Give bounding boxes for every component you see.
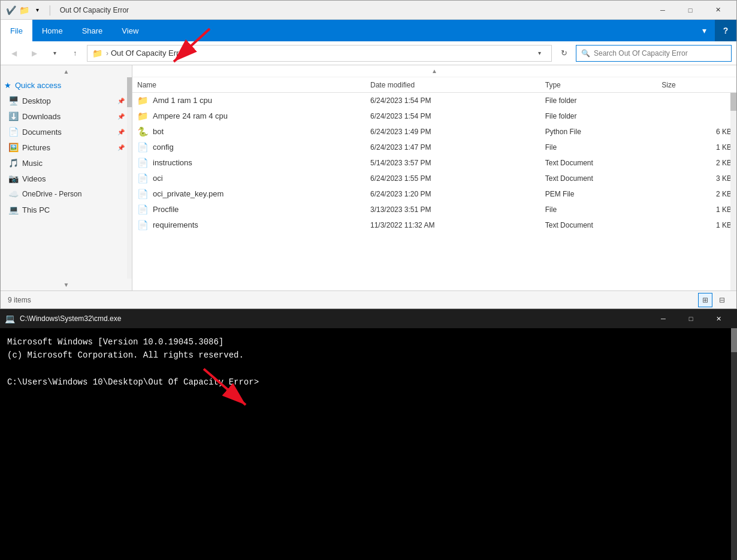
file-row[interactable]: 📄 instructions 5/14/2023 3:57 PM Text Do… bbox=[132, 155, 736, 171]
folder-icon-small: 📁 bbox=[19, 5, 29, 16]
file-date: 3/13/2023 3:51 PM bbox=[370, 205, 545, 214]
sidebar-item-thispc[interactable]: 💻 This PC bbox=[1, 202, 132, 217]
cmd-line-1: Microsoft Windows [Version 10.0.19045.30… bbox=[7, 335, 730, 349]
file-icon: 📄 bbox=[137, 173, 148, 184]
cmd-controls: ─ □ ✕ bbox=[650, 309, 732, 328]
col-header-name[interactable]: Name bbox=[137, 81, 370, 89]
col-header-type[interactable]: Type bbox=[545, 81, 662, 89]
sidebar-item-videos[interactable]: 📷 Videos bbox=[1, 171, 132, 186]
file-row[interactable]: 📄 config 6/24/2023 1:47 PM File 1 KB bbox=[132, 140, 736, 155]
file-name-text: oci_private_key.pem bbox=[153, 189, 223, 198]
address-box[interactable]: 📁 › Out Of Capacity Error ▾ bbox=[87, 45, 552, 62]
file-type: PEM File bbox=[545, 190, 662, 198]
sidebar-item-onedrive[interactable]: ☁️ OneDrive - Person bbox=[1, 186, 132, 202]
details-view-button[interactable]: ⊞ bbox=[698, 293, 712, 307]
tab-file[interactable]: File bbox=[1, 20, 32, 41]
file-type: File bbox=[545, 205, 662, 214]
file-size: 3 KB bbox=[662, 174, 732, 183]
sidebar-scrollbar[interactable] bbox=[127, 77, 132, 279]
refresh-button[interactable]: ↻ bbox=[555, 45, 572, 62]
sidebar-item-pictures[interactable]: 🖼️ Pictures 📌 bbox=[1, 140, 132, 155]
file-date: 6/24/2023 1:49 PM bbox=[370, 128, 545, 136]
sidebar: ▲ ★ Quick access 🖥️ Desktop 📌 ⬇️ Downloa… bbox=[1, 65, 132, 290]
downloads-icon: ⬇️ bbox=[8, 111, 19, 121]
minimize-button[interactable]: ─ bbox=[649, 1, 676, 20]
large-icons-view-button[interactable]: ⊟ bbox=[715, 293, 729, 307]
ribbon-chevron-down[interactable]: ▾ bbox=[696, 22, 712, 39]
file-row[interactable]: 📄 oci 6/24/2023 1:55 PM Text Document 3 … bbox=[132, 171, 736, 186]
file-type: File bbox=[545, 143, 662, 152]
cmd-line-2: (c) Microsoft Corporation. All rights re… bbox=[7, 349, 730, 362]
file-name-text: Ampere 24 ram 4 cpu bbox=[153, 111, 228, 120]
file-list-scrollbar[interactable] bbox=[730, 93, 736, 290]
desktop-icon: 🖥️ bbox=[8, 96, 19, 105]
file-date: 6/24/2023 1:54 PM bbox=[370, 112, 545, 120]
file-row[interactable]: 🐍 bot 6/24/2023 1:49 PM Python File 6 KB bbox=[132, 124, 736, 140]
col-header-size[interactable]: Size bbox=[662, 81, 732, 89]
file-icon: 📁 bbox=[137, 95, 148, 106]
file-size: 1 KB bbox=[662, 205, 732, 214]
file-row[interactable]: 📄 requirements 11/3/2022 11:32 AM Text D… bbox=[132, 217, 736, 233]
file-name-text: Procfile bbox=[153, 205, 179, 214]
tab-home[interactable]: Home bbox=[32, 20, 73, 41]
title-separator: | bbox=[49, 4, 52, 16]
search-box[interactable]: 🔍 bbox=[576, 45, 732, 62]
file-size: 2 KB bbox=[662, 159, 732, 167]
file-row[interactable]: 📄 oci_private_key.pem 6/24/2023 1:20 PM … bbox=[132, 186, 736, 202]
file-name-text: oci bbox=[153, 174, 163, 183]
file-name-text: Amd 1 ram 1 cpu bbox=[153, 96, 212, 105]
recent-locations-button[interactable]: ▾ bbox=[46, 45, 63, 62]
cmd-close-button[interactable]: ✕ bbox=[705, 309, 732, 328]
file-date: 11/3/2022 11:32 AM bbox=[370, 221, 545, 229]
documents-pin-icon: 📌 bbox=[117, 129, 125, 135]
cmd-minimize-button[interactable]: ─ bbox=[650, 309, 677, 328]
title-bar: ✔️ 📁 ▾ | Out Of Capacity Error ─ □ ✕ bbox=[1, 1, 736, 20]
help-button[interactable]: ? bbox=[715, 20, 736, 41]
back-button[interactable]: ◀ bbox=[5, 45, 22, 62]
file-date: 6/24/2023 1:55 PM bbox=[370, 174, 545, 183]
maximize-button[interactable]: □ bbox=[676, 1, 704, 20]
file-date: 5/14/2023 3:57 PM bbox=[370, 159, 545, 167]
documents-label: Documents bbox=[22, 128, 62, 137]
title-bar-icons: ✔️ 📁 ▾ bbox=[5, 5, 43, 16]
file-row[interactable]: 📁 Amd 1 ram 1 cpu 6/24/2023 1:54 PM File… bbox=[132, 93, 736, 108]
close-button[interactable]: ✕ bbox=[704, 1, 732, 20]
forward-button[interactable]: ▶ bbox=[26, 45, 43, 62]
cmd-window: 💻 C:\Windows\System32\cmd.exe ─ □ ✕ Micr… bbox=[0, 309, 737, 560]
file-row[interactable]: 📁 Ampere 24 ram 4 cpu 6/24/2023 1:54 PM … bbox=[132, 108, 736, 124]
window-title: Out Of Capacity Error bbox=[58, 6, 645, 14]
file-row[interactable]: 📄 Procfile 3/13/2023 3:51 PM File 1 KB bbox=[132, 202, 736, 217]
search-input[interactable] bbox=[594, 49, 726, 57]
up-button[interactable]: ↑ bbox=[67, 45, 83, 62]
sidebar-scroll-down[interactable]: ▼ bbox=[1, 279, 132, 290]
tab-share[interactable]: Share bbox=[73, 20, 113, 41]
file-size: 1 KB bbox=[662, 143, 732, 152]
file-icon: 📄 bbox=[137, 158, 148, 168]
downloads-pin-icon: 📌 bbox=[117, 113, 125, 120]
documents-icon: 📄 bbox=[8, 127, 19, 137]
address-folder-icon: 📁 bbox=[92, 49, 102, 58]
sidebar-item-desktop[interactable]: 🖥️ Desktop 📌 bbox=[1, 93, 132, 108]
sidebar-item-downloads[interactable]: ⬇️ Downloads 📌 bbox=[1, 108, 132, 124]
star-icon: ★ bbox=[4, 81, 11, 90]
file-list-scroll-up[interactable]: ▲ bbox=[132, 65, 736, 77]
videos-icon: 📷 bbox=[8, 174, 19, 183]
sidebar-item-music[interactable]: 🎵 Music bbox=[1, 155, 132, 171]
file-size: 6 KB bbox=[662, 128, 732, 136]
desktop-label: Desktop bbox=[22, 96, 51, 105]
sidebar-scroll-up[interactable]: ▲ bbox=[1, 65, 132, 77]
sidebar-quick-access[interactable]: ★ Quick access bbox=[1, 77, 132, 93]
file-icon: 🐍 bbox=[137, 126, 148, 137]
file-icon: 📄 bbox=[137, 142, 148, 153]
address-dropdown-arrow[interactable]: ▾ bbox=[532, 50, 546, 56]
file-icon: 📄 bbox=[137, 189, 148, 199]
tab-view[interactable]: View bbox=[112, 20, 148, 41]
file-date: 6/24/2023 1:20 PM bbox=[370, 190, 545, 198]
cmd-scrollbar[interactable] bbox=[731, 328, 737, 560]
file-type: Text Document bbox=[545, 174, 662, 183]
sidebar-item-documents[interactable]: 📄 Documents 📌 bbox=[1, 124, 132, 140]
file-rows-container: 📁 Amd 1 ram 1 cpu 6/24/2023 1:54 PM File… bbox=[132, 93, 736, 233]
videos-label: Videos bbox=[22, 174, 46, 183]
col-header-date[interactable]: Date modified bbox=[370, 81, 545, 89]
cmd-maximize-button[interactable]: □ bbox=[677, 309, 705, 328]
